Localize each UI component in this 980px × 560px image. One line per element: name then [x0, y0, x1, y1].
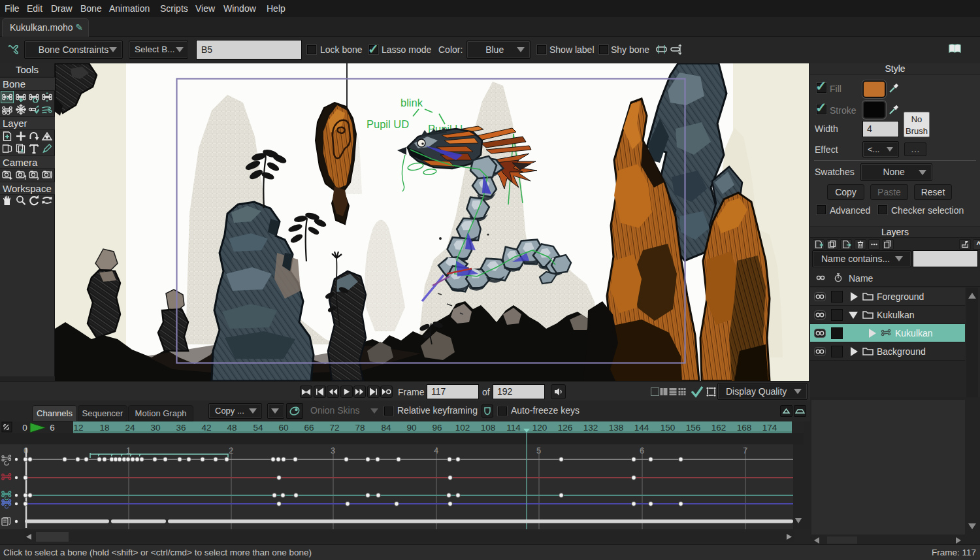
svg-text:120: 120: [532, 423, 547, 433]
svg-text:78: 78: [355, 423, 365, 433]
svg-text:132: 132: [583, 423, 598, 433]
svg-text:66: 66: [304, 423, 314, 433]
svg-text:0: 0: [22, 423, 27, 433]
svg-text:54: 54: [253, 423, 263, 433]
svg-text:blink: blink: [400, 97, 423, 108]
svg-text:144: 144: [634, 423, 649, 433]
svg-text:12: 12: [73, 423, 83, 433]
svg-text:96: 96: [432, 423, 442, 433]
svg-text:7: 7: [743, 446, 747, 455]
svg-text:114: 114: [506, 423, 521, 433]
svg-text:60: 60: [278, 423, 288, 433]
svg-text:36: 36: [176, 423, 186, 433]
svg-text:2: 2: [229, 446, 233, 455]
svg-text:42: 42: [201, 423, 211, 433]
svg-text:150: 150: [661, 423, 676, 433]
svg-text:24: 24: [125, 423, 135, 433]
svg-text:72: 72: [329, 423, 339, 433]
svg-text:168: 168: [737, 423, 752, 433]
svg-text:4: 4: [434, 446, 438, 455]
svg-text:30: 30: [150, 423, 160, 433]
svg-text:3: 3: [331, 446, 335, 455]
svg-text:126: 126: [558, 423, 573, 433]
svg-text:6: 6: [50, 423, 55, 433]
svg-text:84: 84: [381, 423, 391, 433]
svg-text:102: 102: [455, 423, 470, 433]
svg-text:174: 174: [762, 423, 777, 433]
svg-text:Pupil UD: Pupil UD: [367, 118, 409, 130]
svg-text:48: 48: [227, 423, 237, 433]
svg-text:90: 90: [406, 423, 416, 433]
svg-text:108: 108: [481, 423, 496, 433]
svg-text:162: 162: [711, 423, 727, 433]
svg-text:6: 6: [640, 446, 644, 455]
svg-text:5: 5: [536, 446, 541, 455]
svg-text:138: 138: [609, 423, 624, 433]
svg-text:156: 156: [686, 423, 701, 433]
svg-text:18: 18: [99, 423, 109, 433]
